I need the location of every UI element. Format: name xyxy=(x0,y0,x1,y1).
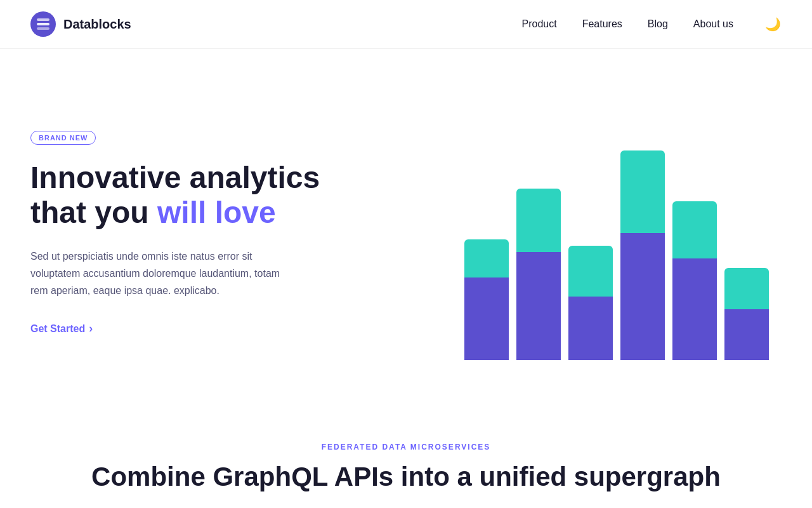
chevron-right-icon: › xyxy=(89,322,93,335)
bar-teal-segment xyxy=(672,201,717,258)
hero-title-line2-prefix: that you xyxy=(30,196,157,229)
hero-content: BRAND NEW Innovative analytics that you … xyxy=(30,131,348,336)
bar-group xyxy=(620,150,665,360)
logo-icon xyxy=(30,11,56,37)
bar-chart xyxy=(348,106,782,360)
hero-section: BRAND NEW Innovative analytics that you … xyxy=(0,49,812,404)
logo-group[interactable]: Datablocks xyxy=(30,11,131,37)
section-label: FEDERATED DATA MICROSERVICES xyxy=(30,443,782,451)
bar-purple-segment xyxy=(724,309,769,360)
bottom-section: FEDERATED DATA MICROSERVICES Combine Gra… xyxy=(0,404,812,508)
get-started-label: Get Started xyxy=(30,323,85,335)
bar-group xyxy=(464,239,509,360)
bar-stack xyxy=(464,239,509,360)
bar-group xyxy=(724,268,769,360)
nav-product[interactable]: Product xyxy=(522,18,557,30)
get-started-link[interactable]: Get Started › xyxy=(30,322,93,335)
bar-stack xyxy=(672,201,717,360)
bar-stack xyxy=(568,246,613,360)
navbar: Datablocks Product Features Blog About u… xyxy=(0,0,812,49)
hero-title-line1: Innovative analytics xyxy=(30,161,320,194)
svg-rect-1 xyxy=(37,23,49,25)
hero-title: Innovative analytics that you will love xyxy=(30,160,348,230)
bar-teal-segment xyxy=(568,246,613,297)
bar-purple-segment xyxy=(516,252,561,360)
bar-teal-segment xyxy=(620,150,665,233)
bar-stack xyxy=(620,150,665,360)
nav-features[interactable]: Features xyxy=(582,18,622,30)
bar-purple-segment xyxy=(672,258,717,360)
bar-group xyxy=(672,201,717,360)
svg-rect-2 xyxy=(37,18,49,21)
brand-new-badge: BRAND NEW xyxy=(30,131,96,145)
hero-title-highlight: will love xyxy=(157,196,276,229)
section-title: Combine GraphQL APIs into a unified supe… xyxy=(30,462,782,492)
nav-links: Product Features Blog About us 🌙 xyxy=(522,15,782,33)
bar-teal-segment xyxy=(724,268,769,309)
theme-toggle-icon[interactable]: 🌙 xyxy=(764,15,782,33)
bar-stack xyxy=(516,189,561,360)
nav-blog[interactable]: Blog xyxy=(648,18,668,30)
bar-purple-segment xyxy=(620,233,665,360)
svg-rect-3 xyxy=(37,27,49,30)
bar-teal-segment xyxy=(516,189,561,252)
bar-group xyxy=(568,246,613,360)
hero-description: Sed ut perspiciatis unde omnis iste natu… xyxy=(30,248,297,300)
nav-about[interactable]: About us xyxy=(693,18,733,30)
bar-purple-segment xyxy=(464,277,509,360)
bar-stack xyxy=(724,268,769,360)
bar-group xyxy=(516,189,561,360)
logo-text: Datablocks xyxy=(63,17,131,32)
bar-purple-segment xyxy=(568,297,613,360)
bar-teal-segment xyxy=(464,239,509,277)
